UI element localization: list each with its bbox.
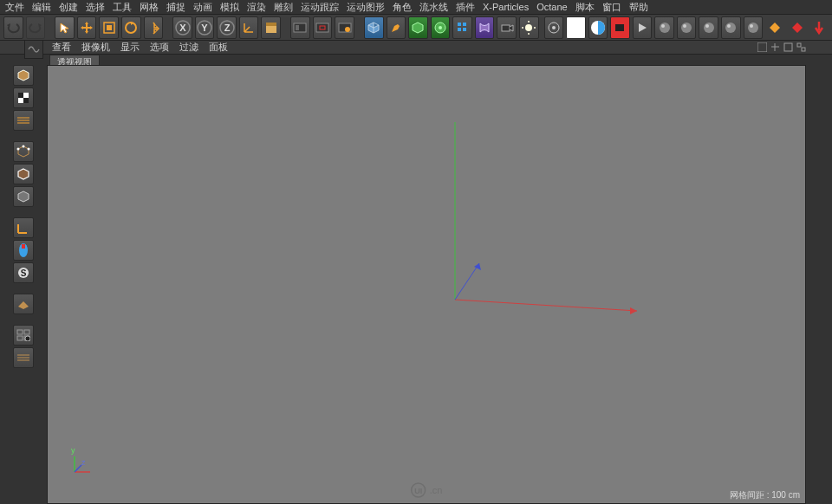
svg-point-33	[660, 23, 670, 33]
svg-text:S: S	[21, 268, 27, 278]
brand-icon	[24, 40, 43, 59]
svg-point-52	[17, 148, 20, 151]
array-icon[interactable]	[452, 16, 472, 39]
sphere5-icon[interactable]	[744, 16, 764, 39]
layout2-icon[interactable]	[787, 16, 806, 39]
coordinate-system-icon[interactable]	[239, 16, 259, 39]
half-display-icon[interactable]	[588, 16, 608, 39]
svg-rect-22	[463, 28, 466, 31]
menu-mograph[interactable]: 运动图形	[347, 1, 385, 14]
layer-icon[interactable]	[261, 16, 281, 39]
vp-menu-cameras[interactable]: 摄像机	[81, 41, 110, 54]
menu-xparticles[interactable]: X-Particles	[483, 2, 529, 12]
sphere1-icon[interactable]	[654, 16, 674, 39]
menu-sculpt[interactable]: 雕刻	[274, 1, 293, 14]
menu-file[interactable]: 文件	[5, 1, 24, 14]
redo-icon[interactable]	[26, 16, 46, 39]
svg-rect-1	[107, 25, 112, 30]
model-mode-icon[interactable]	[13, 65, 34, 86]
render-view-icon[interactable]	[290, 16, 310, 39]
menu-plugins[interactable]: 插件	[456, 1, 475, 14]
menu-script[interactable]: 脚本	[575, 1, 595, 14]
render-settings-icon[interactable]	[335, 16, 354, 39]
svg-text:Z: Z	[224, 23, 230, 33]
svg-point-42	[750, 24, 753, 28]
menu-character[interactable]: 角色	[393, 1, 412, 14]
vp-icon-3[interactable]	[783, 42, 793, 52]
svg-point-35	[681, 23, 692, 33]
vp-menu-filter[interactable]: 过滤	[179, 41, 198, 54]
menu-tools[interactable]: 工具	[113, 1, 132, 14]
axis-z-icon[interactable]: Z	[217, 16, 237, 39]
svg-text:X: X	[179, 23, 186, 33]
light-icon[interactable]	[519, 16, 539, 39]
sphere4-icon[interactable]	[721, 16, 741, 39]
vp-icon-2[interactable]	[770, 42, 780, 52]
workplane-icon[interactable]	[13, 294, 34, 314]
menu-motiontracker[interactable]: 运动跟踪	[301, 1, 339, 14]
mode-palette: S	[0, 55, 47, 504]
svg-line-67	[75, 465, 81, 472]
sphere3-icon[interactable]	[699, 16, 718, 39]
vp-menu-panel[interactable]: 面板	[209, 41, 228, 54]
menu-select[interactable]: 选择	[86, 1, 105, 14]
menu-snap[interactable]: 捕捉	[166, 1, 185, 14]
snap-icon[interactable]: S	[13, 262, 34, 283]
svg-rect-10	[266, 23, 276, 26]
svg-rect-57	[17, 330, 23, 334]
tweak-mode-icon[interactable]	[13, 240, 34, 261]
scale-icon[interactable]	[99, 16, 119, 39]
polygon-mode-icon[interactable]	[13, 186, 34, 207]
cube-icon[interactable]	[364, 16, 384, 39]
menu-render[interactable]: 渲染	[247, 1, 266, 14]
uv-mode-icon[interactable]	[13, 110, 34, 131]
axis-x-icon[interactable]: X	[172, 16, 192, 39]
menu-help[interactable]: 帮助	[629, 1, 648, 14]
camera-icon[interactable]	[497, 16, 517, 39]
record-icon[interactable]	[610, 16, 630, 39]
solid-display-icon[interactable]	[566, 16, 586, 39]
watermark: UI .cn	[411, 482, 443, 498]
layout3-icon[interactable]	[809, 16, 829, 39]
undo-icon[interactable]	[3, 16, 23, 39]
layout1-icon[interactable]	[765, 16, 784, 39]
menu-octane[interactable]: Octane	[536, 2, 567, 12]
point-mode-icon[interactable]	[13, 141, 34, 162]
vp-menu-view[interactable]: 查看	[52, 41, 71, 54]
mini-axis-widget: y z	[69, 451, 95, 477]
vp-menu-display[interactable]: 显示	[120, 41, 140, 54]
target-icon[interactable]	[544, 16, 564, 39]
menu-pipeline[interactable]: 流水线	[419, 1, 448, 14]
menu-edit[interactable]: 编辑	[32, 1, 51, 14]
svg-point-34	[661, 24, 665, 28]
viewport-solo-icon[interactable]	[13, 325, 34, 346]
play-icon[interactable]	[633, 16, 653, 39]
isolate-icon[interactable]	[13, 347, 34, 368]
last-tool-icon[interactable]	[144, 16, 164, 39]
menu-window[interactable]: 窗口	[602, 1, 621, 14]
subdivision-icon[interactable]	[431, 16, 451, 39]
svg-rect-12	[296, 25, 299, 30]
rotate-icon[interactable]	[121, 16, 141, 39]
axis-y-icon[interactable]: Y	[195, 16, 215, 39]
texture-mode-icon[interactable]	[13, 87, 34, 108]
deformer-icon[interactable]	[475, 16, 495, 39]
sphere2-icon[interactable]	[677, 16, 697, 39]
nurbs-icon[interactable]	[408, 16, 428, 39]
pen-tool-icon[interactable]	[387, 16, 406, 39]
live-select-icon[interactable]	[55, 16, 75, 39]
render-region-icon[interactable]	[313, 16, 333, 39]
menu-animate[interactable]: 动画	[193, 1, 212, 14]
menu-create[interactable]: 创建	[59, 1, 78, 14]
perspective-viewport[interactable]: y z UI .cn 网格间距 : 100 cm	[47, 65, 806, 504]
axis-z-label: z	[81, 458, 86, 467]
vp-menu-options[interactable]: 选项	[150, 41, 169, 54]
svg-point-18	[439, 26, 442, 29]
edge-mode-icon[interactable]	[13, 164, 34, 184]
menu-simulate[interactable]: 模拟	[220, 1, 239, 14]
axis-mode-icon[interactable]	[13, 217, 34, 238]
vp-icon-1[interactable]	[757, 42, 767, 52]
vp-icon-4[interactable]	[796, 42, 806, 52]
menu-mesh[interactable]: 网格	[140, 1, 159, 14]
move-icon[interactable]	[77, 16, 97, 39]
